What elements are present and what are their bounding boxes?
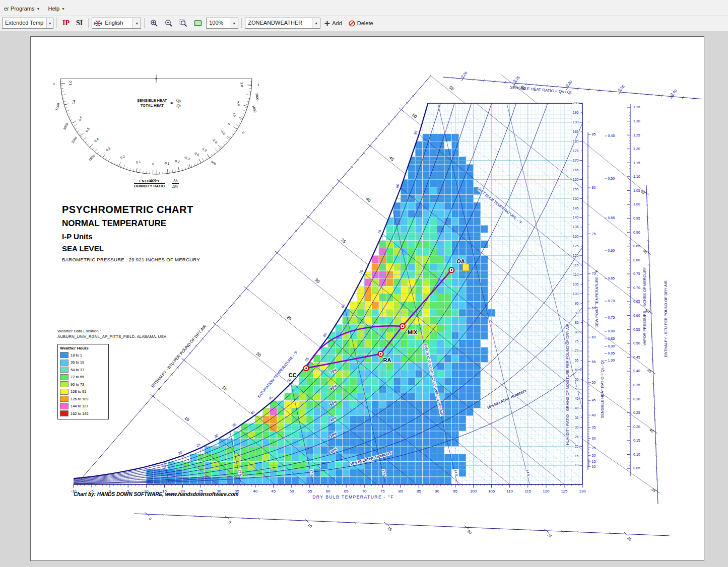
- toolbar-separator: [88, 18, 89, 28]
- svg-text:1500: 1500: [88, 154, 96, 162]
- zoom-in-button[interactable]: [148, 18, 161, 29]
- svg-text:35: 35: [232, 422, 237, 428]
- svg-text:85: 85: [592, 132, 596, 136]
- svg-text:95: 95: [575, 302, 579, 305]
- process-point-label: MIX: [408, 329, 418, 335]
- selected-hour-marker[interactable]: [462, 264, 469, 271]
- legend-label: 54 to 37: [71, 368, 84, 372]
- svg-text:40: 40: [592, 413, 596, 417]
- svg-text:0.10: 0.10: [633, 453, 640, 456]
- overlay-value: ZONEANDWEATHER: [245, 18, 312, 28]
- svg-text:45: 45: [646, 368, 652, 374]
- svg-text:0.1: 0.1: [136, 160, 141, 164]
- toolbar-separator: [241, 18, 242, 28]
- humidity-ratio-word: HUMIDITY RATIO: [134, 184, 165, 188]
- svg-text:0.25: 0.25: [633, 411, 640, 414]
- svg-text:0: 0: [148, 517, 153, 522]
- legend-label: 162 to 145: [71, 411, 88, 416]
- svg-text:45: 45: [575, 397, 579, 400]
- legend-label: 36 to 19: [71, 360, 84, 365]
- legend-swatch: [60, 410, 69, 416]
- svg-text:100: 100: [470, 489, 477, 493]
- legend-swatch: [60, 352, 69, 358]
- svg-text:0.30: 0.30: [633, 397, 640, 401]
- svg-text:25: 25: [546, 532, 552, 538]
- svg-text:115: 115: [573, 263, 578, 267]
- svg-text:0.25: 0.25: [512, 75, 521, 84]
- chart-area: [74, 87, 584, 484]
- svg-text:0.40: 0.40: [633, 369, 640, 373]
- zoom-level-select[interactable]: 100% ▼: [206, 18, 238, 29]
- protractor-shr-formula: SENSIBLE HEATTOTAL HEAT = QsQt: [136, 98, 182, 108]
- svg-text:0: 0: [152, 162, 154, 166]
- svg-text:4.0: 4.0: [232, 112, 237, 117]
- delete-button[interactable]: Delete: [346, 18, 376, 29]
- svg-text:185: 185: [573, 130, 579, 133]
- subtitle-units: I-P Units: [62, 233, 200, 241]
- zoom-region-icon: [179, 19, 187, 27]
- psychrometric-chart-canvas[interactable]: 1015202530354045505560ENTHALPY - BTU PER…: [31, 37, 704, 560]
- weather-location-value: AUBURN_UNIV_RGNL_AP_PITTS_FIELD, ALABAMA…: [57, 334, 166, 340]
- svg-text:1.00: 1.00: [608, 359, 615, 362]
- svg-text:85: 85: [414, 130, 418, 135]
- svg-text:135: 135: [573, 225, 579, 229]
- svg-text:15: 15: [386, 526, 392, 532]
- svg-text:1.0: 1.0: [69, 81, 72, 86]
- svg-text:SENSIBLE HEAT RATIO = Qs / Qt: SENSIBLE HEAT RATIO = Qs / Qt: [510, 85, 572, 95]
- svg-text:0.80: 0.80: [633, 258, 640, 262]
- svg-text:150: 150: [573, 197, 579, 200]
- zoom-out-icon: [165, 19, 173, 27]
- svg-text:0.65: 0.65: [633, 300, 640, 303]
- svg-text:30: 30: [626, 536, 632, 542]
- ip-units-button[interactable]: IP: [60, 18, 72, 29]
- svg-text:55: 55: [592, 360, 596, 364]
- protractor: 1.00.80.60.50.40.30.20.10-0.1-0.2-0.3-0.…: [52, 75, 260, 182]
- svg-text:60: 60: [326, 489, 330, 493]
- svg-text:0.70: 0.70: [633, 286, 640, 290]
- legend-row: 144 to 127: [60, 403, 106, 409]
- svg-text:45: 45: [271, 489, 276, 493]
- chevron-down-icon[interactable]: ▼: [46, 18, 53, 28]
- svg-text:1.0: 1.0: [240, 82, 244, 87]
- svg-text:0.15: 0.15: [633, 439, 640, 442]
- svg-text:145: 145: [573, 206, 579, 210]
- svg-text:65: 65: [575, 359, 579, 362]
- chevron-down-icon[interactable]: ▼: [312, 18, 320, 28]
- svg-text:30: 30: [592, 437, 596, 440]
- fit-view-button[interactable]: [191, 18, 205, 29]
- overlay-select[interactable]: ZONEANDWEATHER ▼: [245, 18, 320, 29]
- menu-programs[interactable]: er Programs ▼: [0, 5, 44, 13]
- svg-text:1.30: 1.30: [633, 119, 640, 123]
- svg-text:-0.5: -0.5: [193, 151, 201, 157]
- legend-label: 108 to 91: [71, 389, 86, 394]
- svg-text:85: 85: [417, 489, 421, 493]
- svg-text:DEW POINT TEMPERATURE - °F: DEW POINT TEMPERATURE - °F: [594, 269, 599, 327]
- legend-swatch: [60, 396, 69, 402]
- svg-text:120: 120: [573, 254, 579, 257]
- svg-text:14.0: 14.0: [453, 469, 458, 476]
- svg-text:3000: 3000: [62, 122, 69, 130]
- si-units-button[interactable]: SI: [74, 18, 85, 29]
- zoom-out-button[interactable]: [162, 18, 175, 29]
- add-button[interactable]: Add: [322, 18, 345, 29]
- svg-text:90: 90: [435, 489, 439, 493]
- svg-text:20: 20: [467, 529, 473, 535]
- temp-mode-select[interactable]: Extended Temp ▼: [2, 18, 53, 29]
- zoom-region-button[interactable]: [177, 18, 190, 29]
- svg-text:∞: ∞: [52, 83, 55, 85]
- chart-credit: Chart by: HANDS DOWN SOFTWARE, www.hands…: [74, 491, 238, 497]
- svg-text:60: 60: [640, 189, 646, 195]
- menu-help[interactable]: Help ▼: [44, 5, 69, 13]
- svg-text:SENSIBLE HEAT RATIO = Qs / Qt: SENSIBLE HEAT RATIO = Qs / Qt: [600, 360, 605, 418]
- svg-text:20: 20: [575, 445, 579, 448]
- chevron-down-icon[interactable]: ▼: [230, 18, 238, 28]
- language-select[interactable]: English ▼: [92, 18, 141, 29]
- zoom-level-value: 100%: [207, 18, 230, 28]
- svg-text:120: 120: [543, 489, 550, 493]
- legend-title: Weather Hours: [60, 346, 106, 350]
- chevron-down-icon[interactable]: ▼: [133, 18, 141, 28]
- svg-text:0.85: 0.85: [633, 244, 640, 248]
- svg-text:50: 50: [575, 387, 579, 391]
- legend-label: 18 to 1: [71, 353, 82, 358]
- page-title: PSYCHROMETRIC CHART: [62, 204, 200, 215]
